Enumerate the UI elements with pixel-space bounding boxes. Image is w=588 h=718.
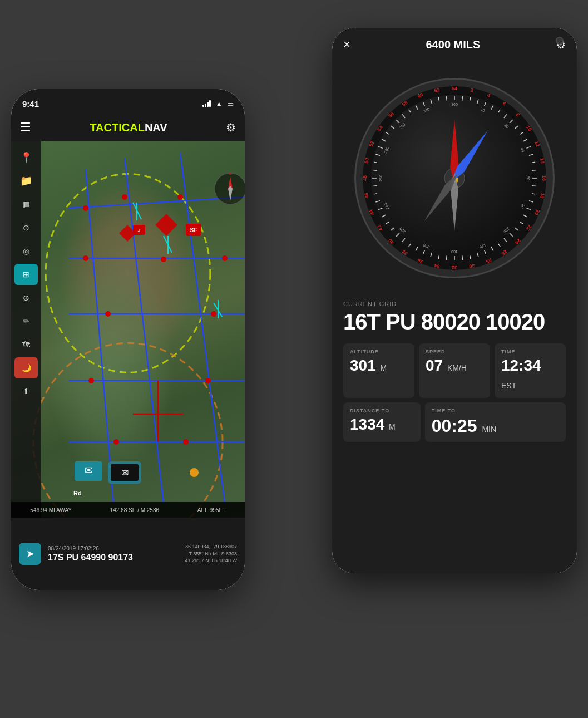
sidebar-item-draw[interactable]: ✏ bbox=[14, 311, 38, 332]
svg-line-153 bbox=[409, 110, 411, 112]
svg-line-115 bbox=[526, 208, 530, 210]
compass-title: 6400 MILS bbox=[426, 38, 481, 51]
time-to-label: TIME TO bbox=[432, 408, 559, 414]
svg-text:64: 64 bbox=[452, 86, 457, 91]
svg-point-28 bbox=[113, 439, 119, 445]
svg-text:2: 2 bbox=[470, 87, 474, 94]
time-to-box: TIME TO 00:25 MIN bbox=[425, 402, 566, 442]
svg-line-149 bbox=[386, 132, 389, 134]
svg-text:40: 40 bbox=[387, 238, 395, 245]
coord-line1: 35.140934, -79.188907 bbox=[185, 543, 238, 550]
compass-data: CURRENT GRID 16T PU 80020 10020 ALTITUDE… bbox=[332, 295, 577, 573]
altitude-label: ALTITUDE bbox=[350, 349, 408, 355]
svg-line-96 bbox=[462, 96, 463, 101]
svg-line-103 bbox=[510, 120, 513, 123]
app-title: TACTICALNAV bbox=[90, 121, 167, 134]
distance-to-box: DISTANCE TO 1334 M bbox=[343, 402, 421, 442]
sidebar-item-map-layers[interactable]: 🗺 bbox=[14, 334, 38, 355]
svg-marker-32 bbox=[155, 214, 177, 236]
svg-text:30: 30 bbox=[469, 263, 476, 269]
svg-line-141 bbox=[374, 194, 377, 194]
bearing-status: 142.68 SE / M 2536 bbox=[110, 507, 159, 513]
svg-text:360: 360 bbox=[451, 102, 458, 106]
svg-text:180: 180 bbox=[451, 250, 458, 254]
svg-text:28: 28 bbox=[485, 257, 492, 264]
compass-svg: 64 2 4 6 8 10 12 14 16 18 20 22 bbox=[354, 78, 555, 278]
svg-text:50: 50 bbox=[363, 158, 370, 164]
sidebar-item-night-mode[interactable]: 🌙 bbox=[14, 357, 38, 378]
phone-right: × 6400 MILS ⚙ bbox=[332, 28, 577, 573]
svg-line-157 bbox=[438, 97, 439, 101]
svg-line-142 bbox=[373, 186, 377, 186]
svg-text:48: 48 bbox=[362, 175, 368, 181]
svg-line-140 bbox=[375, 201, 380, 202]
svg-line-119 bbox=[510, 233, 513, 237]
phone-left: 9:41 ▲ ▭ ☰ TACTICALNAV bbox=[11, 89, 245, 590]
bottom-panel: ➤ 08/24/2019 17:02:26 17S PU 64990 90173… bbox=[11, 518, 245, 590]
svg-line-155 bbox=[423, 102, 424, 106]
stats-row-1: ALTITUDE 301 M SPEED 07 KM/H bbox=[343, 343, 566, 398]
nav-arrow[interactable]: ➤ bbox=[19, 543, 41, 565]
svg-point-18 bbox=[83, 205, 88, 211]
time-value: 12:34 EST bbox=[501, 357, 559, 392]
svg-line-131 bbox=[423, 250, 424, 254]
sidebar-item-share[interactable]: ⬆ bbox=[14, 381, 38, 402]
svg-point-27 bbox=[205, 378, 211, 383]
map-area[interactable]: 📍 📁 ▦ ⊙ ◎ ⊞ ⊕ ✏ 🗺 🌙 ⬆ bbox=[11, 141, 245, 518]
svg-line-108 bbox=[529, 154, 533, 155]
sidebar-item-camera-video[interactable]: ⊙ bbox=[14, 217, 38, 238]
sidebar-item-location[interactable]: 📍 bbox=[14, 147, 38, 168]
svg-line-107 bbox=[526, 146, 530, 148]
sidebar-item-crosshair[interactable]: ⊕ bbox=[14, 287, 38, 308]
svg-line-116 bbox=[523, 215, 527, 217]
svg-text:4: 4 bbox=[486, 92, 491, 99]
distance-to-label: DISTANCE TO bbox=[350, 408, 414, 414]
altitude-status: ALT: 995FT bbox=[197, 507, 226, 513]
svg-text:60: 60 bbox=[417, 92, 424, 99]
hamburger-icon[interactable]: ☰ bbox=[20, 120, 31, 135]
status-icons: ▲ ▭ bbox=[202, 100, 234, 108]
svg-line-3 bbox=[125, 158, 164, 503]
svg-text:10: 10 bbox=[525, 125, 533, 132]
svg-text:18: 18 bbox=[539, 193, 546, 199]
close-button[interactable]: × bbox=[343, 37, 350, 52]
svg-point-30 bbox=[190, 468, 199, 477]
current-grid-label: CURRENT GRID bbox=[343, 295, 566, 307]
svg-text:240: 240 bbox=[383, 203, 389, 210]
svg-text:44: 44 bbox=[368, 209, 375, 216]
svg-text:6: 6 bbox=[502, 101, 507, 107]
coord-grid: 17S PU 64990 90173 bbox=[48, 553, 179, 563]
distance-to-value: 1334 M bbox=[350, 416, 414, 434]
coord-line2: T 355° N / MILS 6303 bbox=[185, 550, 238, 558]
speed-value: 07 KM/H bbox=[426, 357, 483, 375]
sidebar-item-camera-photo[interactable]: ◎ bbox=[14, 240, 38, 262]
svg-text:300: 300 bbox=[399, 122, 406, 130]
svg-point-24 bbox=[105, 311, 111, 317]
svg-line-136 bbox=[391, 228, 394, 230]
svg-line-110 bbox=[532, 170, 536, 170]
notch bbox=[89, 89, 167, 106]
svg-line-100 bbox=[491, 105, 493, 109]
svg-text:260: 260 bbox=[379, 175, 383, 181]
coord-date: 08/24/2019 17:02:26 bbox=[48, 545, 179, 552]
svg-text:8: 8 bbox=[515, 112, 521, 118]
svg-point-22 bbox=[161, 257, 166, 262]
svg-line-102 bbox=[504, 115, 507, 118]
svg-text:56: 56 bbox=[387, 111, 395, 119]
svg-line-144 bbox=[373, 170, 377, 170]
svg-text:26: 26 bbox=[501, 249, 508, 257]
svg-line-98 bbox=[477, 99, 478, 104]
svg-text:220: 220 bbox=[399, 227, 406, 234]
svg-point-21 bbox=[83, 255, 88, 261]
svg-text:14: 14 bbox=[539, 158, 546, 164]
gear-icon[interactable]: ⚙ bbox=[226, 121, 236, 134]
svg-line-151 bbox=[396, 120, 399, 123]
svg-point-25 bbox=[211, 311, 216, 317]
sidebar-item-folder[interactable]: 📁 bbox=[14, 170, 38, 191]
sidebar-item-grid[interactable]: ⊞ bbox=[14, 264, 38, 285]
svg-line-133 bbox=[409, 244, 411, 247]
svg-line-126 bbox=[462, 255, 463, 260]
sidebar-item-measure[interactable]: ▦ bbox=[14, 194, 38, 215]
svg-text:20: 20 bbox=[503, 123, 510, 129]
grid-value: 16T PU 80020 10020 bbox=[343, 309, 566, 335]
